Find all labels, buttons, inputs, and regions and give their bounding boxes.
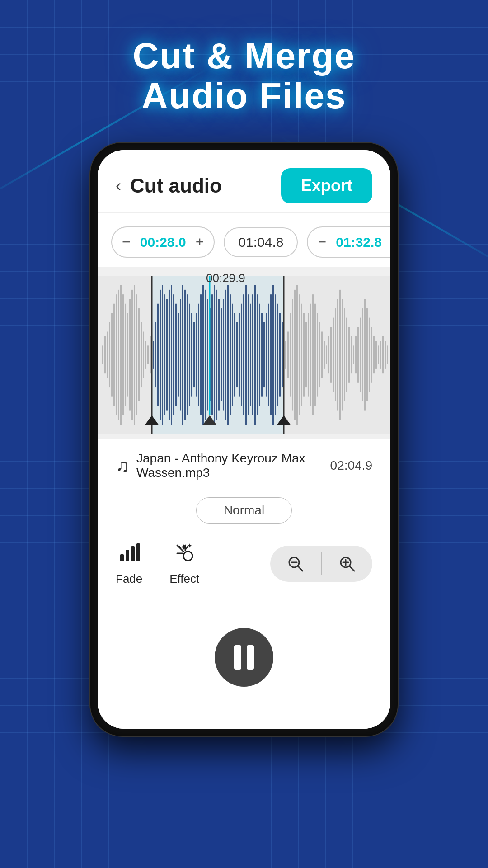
- svg-rect-83: [287, 332, 289, 378]
- svg-rect-17: [136, 294, 137, 415]
- phone-container: ‹ Cut audio Export − 00:28.0 + 01:04.8 −: [90, 143, 398, 736]
- app-header: ‹ Cut audio Export: [98, 150, 390, 213]
- svg-rect-69: [254, 285, 256, 425]
- svg-rect-86: [294, 290, 296, 420]
- svg-rect-11: [122, 294, 124, 415]
- svg-point-142: [183, 552, 192, 561]
- svg-line-153: [349, 566, 354, 571]
- normal-badge-row: Normal: [98, 493, 390, 533]
- svg-rect-34: [175, 304, 177, 406]
- svg-rect-76: [270, 294, 272, 415]
- svg-rect-104: [335, 308, 336, 401]
- svg-rect-70: [257, 294, 258, 415]
- file-name-row: ♫ Japan - Anthony Keyrouz Max Wassen.mp3: [116, 451, 330, 480]
- svg-rect-61: [236, 322, 238, 387]
- svg-rect-138: [136, 543, 140, 561]
- svg-line-149: [298, 566, 303, 571]
- svg-rect-40: [189, 304, 190, 406]
- svg-rect-93: [310, 304, 311, 406]
- svg-rect-119: [369, 318, 370, 392]
- app-background: Cut & Merge Audio Files ‹ Cut audio Expo…: [0, 0, 488, 868]
- file-duration: 02:04.9: [330, 458, 372, 473]
- svg-rect-78: [275, 294, 276, 415]
- svg-rect-120: [371, 327, 372, 383]
- svg-rect-96: [317, 313, 318, 396]
- svg-rect-63: [241, 304, 242, 406]
- svg-rect-4: [107, 332, 108, 378]
- svg-rect-105: [337, 299, 338, 410]
- back-button[interactable]: ‹: [116, 176, 121, 195]
- phone-frame: ‹ Cut audio Export − 00:28.0 + 01:04.8 −: [90, 143, 398, 736]
- end-time-control[interactable]: − 01:32.8 +: [307, 226, 390, 258]
- start-time-control[interactable]: − 00:28.0 +: [111, 226, 215, 258]
- svg-rect-80: [279, 313, 281, 396]
- svg-rect-8: [116, 294, 117, 415]
- svg-rect-53: [218, 299, 220, 410]
- zoom-out-button[interactable]: [270, 546, 321, 582]
- svg-rect-5: [109, 322, 110, 387]
- pause-button[interactable]: [215, 628, 273, 687]
- svg-rect-97: [319, 322, 320, 387]
- svg-rect-19: [141, 322, 142, 387]
- svg-rect-136: [126, 550, 129, 561]
- effect-label: Effect: [169, 572, 199, 586]
- svg-rect-124: [380, 341, 381, 369]
- start-minus-button[interactable]: −: [122, 234, 131, 250]
- svg-rect-35: [178, 313, 179, 396]
- svg-rect-84: [290, 313, 291, 396]
- svg-rect-14: [129, 299, 131, 410]
- svg-rect-55: [223, 299, 224, 410]
- waveform-svg: [98, 276, 390, 434]
- svg-rect-20: [143, 332, 144, 378]
- play-controls: [98, 595, 390, 729]
- svg-rect-112: [353, 345, 354, 364]
- fade-button[interactable]: Fade: [116, 542, 142, 586]
- waveform-container[interactable]: 00:29.9: [98, 267, 390, 439]
- end-minus-button[interactable]: −: [318, 234, 326, 250]
- svg-rect-24: [153, 341, 154, 369]
- effect-button[interactable]: ✦ ✦ Effect: [169, 542, 199, 586]
- svg-rect-79: [277, 304, 278, 406]
- svg-rect-13: [127, 313, 128, 396]
- file-info-row: ♫ Japan - Anthony Keyrouz Max Wassen.mp3…: [98, 439, 390, 493]
- svg-rect-111: [351, 336, 352, 373]
- svg-rect-122: [375, 341, 377, 369]
- svg-rect-123: [378, 345, 379, 364]
- svg-rect-23: [150, 336, 151, 373]
- zoom-in-button[interactable]: [322, 546, 372, 582]
- svg-rect-29: [164, 294, 165, 415]
- svg-rect-58: [230, 294, 231, 415]
- header-left: ‹ Cut audio: [116, 175, 222, 197]
- svg-rect-72: [261, 313, 263, 396]
- svg-rect-71: [259, 304, 260, 406]
- svg-rect-91: [305, 322, 307, 387]
- svg-rect-52: [216, 290, 217, 420]
- svg-rect-9: [118, 290, 119, 420]
- svg-rect-16: [134, 285, 135, 425]
- svg-rect-6: [111, 313, 113, 396]
- waveform-timestamp: 00:29.9: [206, 271, 245, 285]
- svg-rect-15: [131, 290, 133, 420]
- svg-rect-137: [131, 546, 135, 561]
- effect-icon: ✦ ✦: [174, 542, 195, 568]
- svg-rect-64: [243, 294, 244, 415]
- speed-badge[interactable]: Normal: [196, 497, 292, 524]
- svg-rect-68: [252, 294, 253, 415]
- svg-rect-81: [282, 322, 283, 387]
- phone-screen: ‹ Cut audio Export − 00:28.0 + 01:04.8 −: [98, 150, 390, 729]
- svg-rect-114: [357, 327, 359, 383]
- svg-rect-74: [266, 313, 267, 396]
- svg-rect-87: [296, 285, 298, 425]
- svg-rect-59: [232, 304, 233, 406]
- svg-rect-126: [385, 341, 386, 369]
- export-button[interactable]: Export: [281, 168, 372, 203]
- svg-rect-26: [157, 304, 159, 406]
- svg-rect-102: [330, 327, 332, 383]
- start-plus-button[interactable]: +: [196, 234, 204, 250]
- svg-rect-77: [272, 285, 274, 425]
- svg-rect-3: [104, 336, 106, 373]
- svg-rect-98: [321, 332, 323, 378]
- svg-rect-101: [328, 336, 329, 373]
- svg-rect-27: [160, 290, 161, 420]
- start-time-value: 00:28.0: [136, 235, 190, 250]
